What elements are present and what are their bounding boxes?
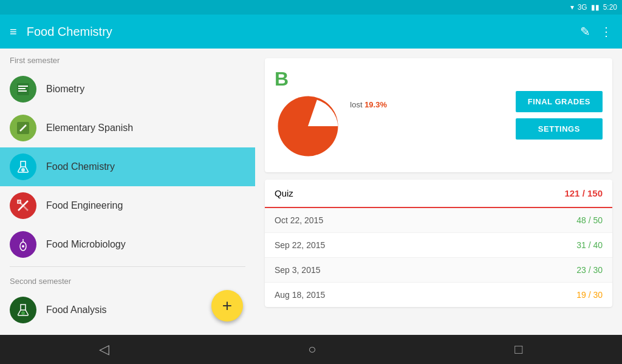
quiz-date-3: Sep 3, 2015 — [275, 265, 321, 275]
grade-letter: B — [275, 68, 289, 90]
divider — [10, 266, 245, 267]
quiz-row[interactable]: Sep 3, 2015 23 / 30 — [265, 258, 612, 283]
status-time: 5:20 — [603, 3, 617, 12]
svg-rect-2 — [18, 88, 26, 89]
toolbar-title: Food Chemistry — [27, 25, 580, 39]
svg-point-12 — [22, 245, 24, 248]
biometry-label: Biometry — [46, 84, 84, 95]
quiz-date-1: Oct 22, 2015 — [275, 215, 323, 225]
menu-icon[interactable]: ≡ — [10, 25, 17, 39]
second-semester-label: Second semester — [0, 269, 255, 291]
quiz-score-3: 23 / 30 — [576, 265, 603, 275]
biometry-icon — [10, 76, 36, 103]
quiz-row[interactable]: Aug 18, 2015 19 / 30 — [265, 283, 612, 307]
quiz-score-4: 19 / 30 — [576, 290, 603, 300]
food-microbiology-icon — [10, 231, 36, 258]
food-chemistry-label: Food Chemistry — [46, 161, 115, 172]
card-actions: FINAL GRADES SETTINGS — [516, 91, 603, 140]
sidebar-item-food-microbiology[interactable]: Food Microbiology — [0, 225, 255, 264]
quiz-table: Quiz 121 / 150 Oct 22, 2015 48 / 50 Sep … — [265, 180, 612, 307]
sidebar: First semester Biometry Elementary Spani… — [0, 49, 255, 335]
food-chemistry-icon — [10, 153, 36, 180]
food-engineering-label: Food Engineering — [46, 200, 123, 211]
grade-card: B lost 19.3% FI — [265, 58, 612, 172]
settings-button[interactable]: SETTINGS — [516, 118, 603, 140]
pie-chart — [275, 93, 341, 160]
food-engineering-icon — [10, 192, 36, 219]
more-icon[interactable]: ⋮ — [600, 24, 612, 39]
quiz-header-label: Quiz — [275, 188, 293, 198]
recent-nav-icon[interactable]: □ — [514, 342, 522, 357]
food-analysis-icon — [10, 297, 36, 323]
back-nav-icon[interactable]: ◁ — [99, 342, 109, 357]
quiz-date-4: Aug 18, 2015 — [275, 290, 325, 300]
quiz-date-2: Sep 22, 2015 — [275, 240, 325, 250]
right-panel: B lost 19.3% FI — [255, 49, 622, 335]
sidebar-item-food-chemistry[interactable]: Food Chemistry — [0, 147, 255, 186]
elementary-spanish-icon — [10, 115, 36, 141]
home-nav-icon[interactable]: ○ — [308, 342, 316, 357]
elementary-spanish-label: Elementary Spanish — [46, 123, 133, 133]
bottom-nav: ◁ ○ □ — [0, 335, 622, 364]
food-microbiology-label: Food Microbiology — [46, 239, 126, 250]
svg-rect-3 — [18, 90, 27, 92]
quiz-row[interactable]: Oct 22, 2015 48 / 50 — [265, 208, 612, 233]
lost-percent: 19.3% — [364, 100, 387, 109]
sidebar-item-elementary-spanish[interactable]: Elementary Spanish — [0, 109, 255, 147]
first-semester-label: First semester — [0, 49, 255, 70]
svg-point-6 — [21, 168, 25, 172]
edit-icon[interactable]: ✎ — [580, 24, 590, 39]
food-analysis-label: Food Analysis — [46, 305, 107, 315]
status-bar: ▾ 3G ▮▮ 5:20 — [0, 0, 622, 15]
battery-icon: ▮▮ — [591, 3, 600, 12]
quiz-header-score: 121 / 150 — [564, 188, 603, 198]
quiz-header: Quiz 121 / 150 — [265, 180, 612, 208]
quiz-row[interactable]: Sep 22, 2015 31 / 40 — [265, 233, 612, 258]
sidebar-item-biometry[interactable]: Biometry — [0, 70, 255, 109]
final-grades-button[interactable]: FINAL GRADES — [516, 91, 603, 112]
wifi-icon: ▾ — [570, 3, 574, 12]
quiz-score-1: 48 / 50 — [576, 215, 603, 225]
toolbar-actions: ✎ ⋮ — [580, 24, 612, 39]
quiz-score-2: 31 / 40 — [576, 240, 603, 250]
main-content: First semester Biometry Elementary Spani… — [0, 49, 622, 335]
svg-point-13 — [21, 311, 25, 315]
signal-icon: 3G — [578, 3, 587, 12]
svg-rect-1 — [18, 86, 28, 87]
toolbar: ≡ Food Chemistry ✎ ⋮ — [0, 15, 622, 49]
lost-label: lost 19.3% — [350, 100, 387, 109]
sidebar-item-food-engineering[interactable]: Food Engineering — [0, 186, 255, 225]
fab-button[interactable]: + — [211, 290, 243, 322]
